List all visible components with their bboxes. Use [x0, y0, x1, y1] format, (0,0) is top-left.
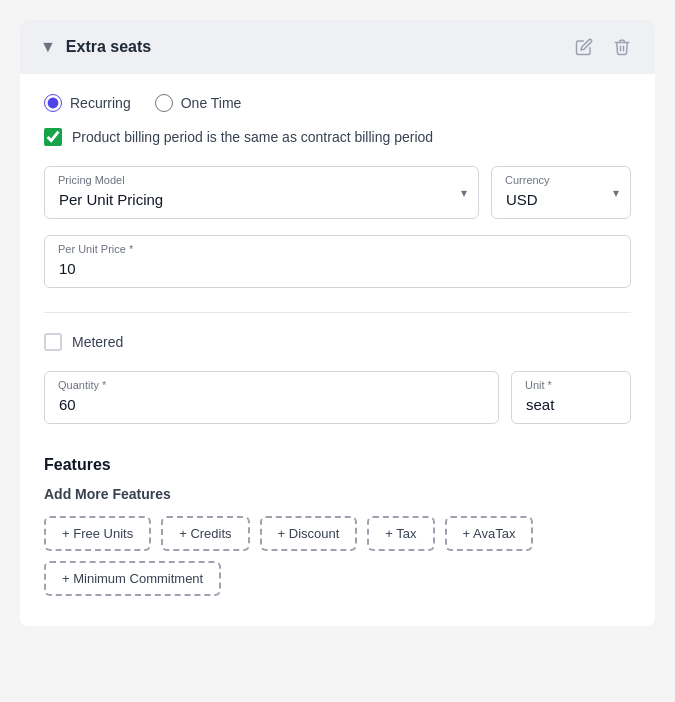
per-unit-price-group: Per Unit Price * — [44, 235, 631, 288]
header-section: ▼ Extra seats — [20, 20, 655, 74]
metered-row: Metered — [44, 333, 631, 351]
quantity-input[interactable] — [44, 371, 499, 424]
currency-select[interactable]: USD EUR GBP — [491, 166, 631, 219]
feature-buttons-row-2: + Minimum Commitment — [44, 561, 631, 596]
unit-group: Unit * — [511, 371, 631, 424]
unit-input[interactable] — [511, 371, 631, 424]
page-container: ▼ Extra seats — [20, 20, 655, 626]
avatax-button[interactable]: + AvaTax — [445, 516, 534, 551]
credits-button[interactable]: + Credits — [161, 516, 249, 551]
recurring-label-text: Recurring — [70, 95, 131, 111]
edit-button[interactable] — [571, 34, 597, 60]
discount-button[interactable]: + Discount — [260, 516, 358, 551]
tax-button[interactable]: + Tax — [367, 516, 434, 551]
pricing-model-select[interactable]: Per Unit Pricing Flat Fee Volume Tiered … — [44, 166, 479, 219]
add-features-title: Add More Features — [44, 486, 631, 502]
one-time-radio[interactable] — [155, 94, 173, 112]
collapse-chevron-icon[interactable]: ▼ — [40, 38, 56, 56]
header-left: ▼ Extra seats — [40, 38, 151, 56]
delete-button[interactable] — [609, 34, 635, 60]
features-title: Features — [44, 456, 631, 474]
billing-period-row: Product billing period is the same as co… — [44, 128, 631, 146]
per-unit-price-input[interactable] — [44, 235, 631, 288]
minimum-commitment-button[interactable]: + Minimum Commitment — [44, 561, 221, 596]
header-actions — [571, 34, 635, 60]
free-units-button[interactable]: + Free Units — [44, 516, 151, 551]
billing-type-group: Recurring One Time — [44, 94, 631, 112]
billing-period-checkbox[interactable] — [44, 128, 62, 146]
quantity-unit-row: Quantity * Unit * — [44, 371, 631, 424]
page-title: Extra seats — [66, 38, 151, 56]
one-time-radio-label[interactable]: One Time — [155, 94, 242, 112]
metered-checkbox[interactable] — [44, 333, 62, 351]
quantity-group: Quantity * — [44, 371, 499, 424]
recurring-radio-label[interactable]: Recurring — [44, 94, 131, 112]
body-section: Recurring One Time Product billing perio… — [20, 74, 655, 626]
divider — [44, 312, 631, 313]
metered-label: Metered — [72, 334, 123, 350]
one-time-label-text: One Time — [181, 95, 242, 111]
edit-icon — [575, 38, 593, 56]
feature-buttons-row-1: + Free Units + Credits + Discount + Tax … — [44, 516, 631, 551]
pricing-model-group: Pricing Model Per Unit Pricing Flat Fee … — [44, 166, 479, 219]
features-section: Features Add More Features + Free Units … — [44, 452, 631, 596]
billing-period-label: Product billing period is the same as co… — [72, 129, 433, 145]
recurring-radio[interactable] — [44, 94, 62, 112]
currency-group: Currency USD EUR GBP ▾ — [491, 166, 631, 219]
pricing-currency-row: Pricing Model Per Unit Pricing Flat Fee … — [44, 166, 631, 219]
trash-icon — [613, 38, 631, 56]
